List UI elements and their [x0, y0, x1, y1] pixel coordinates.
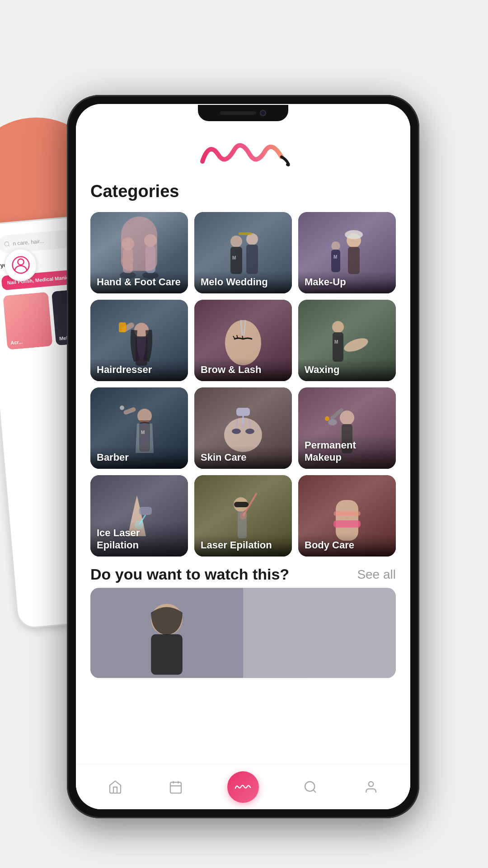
- svg-point-44: [245, 429, 254, 434]
- nav-item-search[interactable]: [301, 778, 319, 796]
- card-label-skincare: Skin Care: [201, 452, 286, 463]
- profile-bubble: [5, 249, 37, 281]
- svg-point-2: [18, 259, 23, 265]
- notch-camera: [260, 110, 266, 116]
- svg-point-78: [369, 782, 374, 787]
- card-label-makeup: Make-Up: [305, 276, 389, 288]
- svg-rect-5: [123, 248, 133, 273]
- card-label-wedding: Melo Wedding: [201, 276, 286, 288]
- bottom-nav: [76, 764, 410, 809]
- nav-item-profile[interactable]: [362, 778, 380, 796]
- section-title: Categories: [90, 182, 396, 201]
- svg-rect-34: [333, 332, 343, 362]
- card-label-brow: Brow & Lash: [201, 364, 286, 376]
- category-card-permanent[interactable]: Permanent Makeup: [298, 387, 396, 469]
- svg-point-50: [340, 410, 354, 425]
- svg-text:M: M: [333, 255, 337, 259]
- svg-rect-7: [121, 259, 134, 262]
- svg-rect-21: [331, 250, 340, 272]
- category-card-hairdresser[interactable]: Hairdresser: [90, 300, 188, 381]
- svg-point-20: [331, 241, 340, 250]
- bg-thumb-label-1: Acr...: [10, 337, 49, 346]
- phone-notch-area: [67, 95, 419, 131]
- svg-rect-9: [145, 246, 155, 273]
- main-phone: Categories: [67, 95, 419, 818]
- bottom-spacer: [76, 687, 410, 741]
- card-overlay-skincare: Skin Care: [194, 446, 292, 469]
- card-label-hand: Hand & Foot Care: [97, 276, 182, 288]
- card-overlay-hairdresser: Hairdresser: [90, 359, 188, 381]
- search-icon: [301, 778, 319, 796]
- svg-rect-19: [348, 247, 360, 274]
- category-card-wedding[interactable]: M Melo Wedding: [194, 212, 292, 293]
- fab-logo-icon: [234, 778, 253, 797]
- card-overlay-brow: Brow & Lash: [194, 359, 292, 381]
- svg-point-54: [328, 419, 337, 425]
- svg-point-62: [239, 512, 247, 519]
- svg-rect-14: [246, 245, 258, 274]
- card-label-laser: Laser Epilation: [201, 539, 286, 551]
- card-overlay-wedding: Melo Wedding: [194, 271, 292, 293]
- category-card-laser[interactable]: Laser Epilation: [194, 475, 292, 557]
- category-card-brow[interactable]: Brow & Lash: [194, 300, 292, 381]
- see-all-button[interactable]: See all: [357, 567, 396, 582]
- nav-item-home[interactable]: [106, 778, 124, 796]
- nav-fab-book[interactable]: [227, 771, 259, 803]
- category-card-makeup[interactable]: M Make-Up: [298, 212, 396, 293]
- video-section-title: Do you want to watch this?: [90, 566, 289, 583]
- svg-point-10: [144, 234, 157, 247]
- person-icon: [362, 778, 380, 796]
- svg-text:M: M: [141, 430, 145, 435]
- profile-icon: [12, 256, 30, 274]
- card-overlay-laser: Laser Epilation: [194, 534, 292, 557]
- calendar-icon: [167, 778, 185, 796]
- card-overlay-waxing: Waxing: [298, 359, 396, 381]
- svg-rect-71: [151, 634, 183, 675]
- svg-rect-69: [243, 588, 396, 678]
- bg-search-hint: n care, hair...: [13, 238, 44, 247]
- video-section: [76, 588, 410, 687]
- svg-line-77: [313, 790, 316, 793]
- category-card-skincare[interactable]: Skin Care: [194, 387, 292, 469]
- svg-rect-39: [123, 407, 136, 415]
- svg-rect-59: [234, 502, 249, 507]
- card-overlay-makeup: Make-Up: [298, 271, 396, 293]
- notch-speaker: [220, 111, 256, 115]
- category-card-bodycare[interactable]: Body Care: [298, 475, 396, 557]
- svg-rect-12: [230, 247, 242, 274]
- category-card-hand-foot[interactable]: Hand & Foot Care: [90, 212, 188, 293]
- card-overlay-permanent: Permanent Makeup: [298, 434, 396, 469]
- screen-content: Categories: [76, 104, 410, 809]
- svg-point-66: [346, 517, 348, 519]
- nav-item-calendar[interactable]: [167, 778, 185, 796]
- svg-point-40: [120, 406, 124, 410]
- svg-line-1: [8, 245, 9, 246]
- svg-point-33: [332, 321, 344, 333]
- home-icon: [106, 778, 124, 796]
- svg-point-43: [232, 429, 241, 434]
- app-logo: [193, 137, 293, 173]
- video-section-header: Do you want to watch this? See all: [76, 557, 410, 588]
- svg-rect-45: [236, 408, 250, 416]
- svg-point-35: [343, 335, 370, 354]
- svg-text:M: M: [334, 340, 338, 344]
- category-card-icelaser[interactable]: Ice Laser Epilation: [90, 475, 188, 557]
- category-card-barber[interactable]: M Barber: [90, 387, 188, 469]
- category-card-waxing[interactable]: M Waxing: [298, 300, 396, 381]
- video-thumbnail: [90, 588, 396, 678]
- phone-screen: Categories: [76, 104, 410, 809]
- svg-rect-72: [170, 782, 181, 793]
- card-label-icelaser: Ice Laser Epilation: [97, 527, 182, 551]
- video-card[interactable]: [90, 588, 396, 678]
- card-overlay-bodycare: Body Care: [298, 534, 396, 557]
- card-overlay-hand: Hand & Foot Care: [90, 271, 188, 293]
- svg-point-6: [122, 237, 134, 250]
- svg-rect-15: [239, 232, 252, 235]
- card-label-permanent: Permanent Makeup: [305, 439, 389, 463]
- logo-svg: [193, 137, 293, 173]
- svg-point-76: [305, 782, 314, 791]
- svg-rect-55: [139, 507, 152, 515]
- svg-point-53: [325, 416, 329, 421]
- svg-point-11: [230, 236, 242, 247]
- svg-rect-65: [333, 511, 361, 516]
